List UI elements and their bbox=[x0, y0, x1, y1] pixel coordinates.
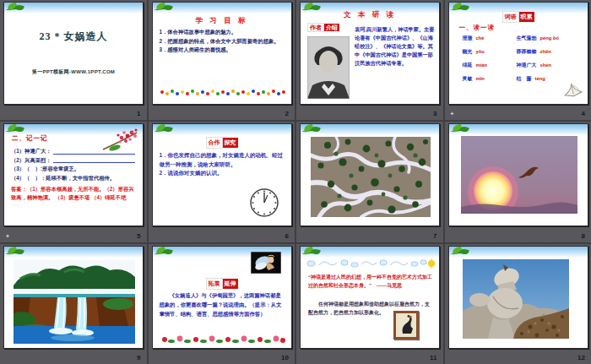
vocab-entry: 幽光yōu bbox=[463, 48, 517, 56]
slide-thumbnail-2[interactable]: 学 习 目 标 1．体会神话故事中想象的魅力。 2．把握想象的特点，体会文中大胆… bbox=[152, 2, 292, 105]
slide-thumbnail-7[interactable] bbox=[300, 123, 440, 226]
leaf-decoration-icon bbox=[451, 247, 471, 256]
vocab-word: 生气蓬勃 bbox=[517, 35, 537, 42]
cooperative-inquiry-label: 合作探究 bbox=[153, 137, 291, 149]
vocab-pinyin: mián bbox=[476, 62, 488, 68]
flower-garland-divider bbox=[160, 335, 286, 345]
fill-in-exercise: （1）神通广大： （2）兴高采烈： （3）（ ）:形容非常疲乏。 （4）（ ）：… bbox=[11, 147, 137, 182]
slide-number: 3 bbox=[433, 110, 436, 117]
aerial-terrain-photo bbox=[311, 137, 431, 217]
author-portrait-photo bbox=[307, 36, 350, 99]
leaf-decoration-icon bbox=[155, 125, 175, 133]
vocab-entry: 生气蓬勃péng bó bbox=[517, 35, 584, 42]
slide-thumbnail-3[interactable]: 文 本 研 读 作者介绍 袁珂,四川新繁人，神话学家。主要论著有《中国古代神话》… bbox=[300, 2, 440, 105]
cloud-wave-border bbox=[306, 258, 436, 269]
slide-number: 4 bbox=[582, 110, 585, 117]
vocab-label: 词语积累 bbox=[449, 11, 588, 23]
exercise-line: （4）（ ）：延续不断，文中指世代相传。 bbox=[11, 174, 115, 183]
slide-thumbnail-6[interactable]: 合作探究 1．你也发挥自己的想象，对女娲造人的动机、经过做另一种推测，说给大家听… bbox=[152, 123, 292, 226]
vocab-pinyin: chè bbox=[476, 35, 485, 41]
slide-thumbnail-12[interactable] bbox=[448, 246, 588, 349]
slide-number: 5 bbox=[137, 232, 140, 240]
leaf-decoration-icon bbox=[302, 125, 323, 133]
colored-dots-divider bbox=[160, 89, 286, 96]
exercise-line: （2）兴高采烈： bbox=[11, 156, 52, 166]
vocab-pinyin: yōu bbox=[476, 49, 485, 54]
slide-thumbnail-4[interactable]: 词语积累 一、读一读 澄澈chè 生气蓬勃péng bó 幽光yōu 莽莽榛榛z… bbox=[448, 2, 588, 105]
vocab-word: 莽莽榛榛 bbox=[517, 48, 537, 56]
slide-cell-7: 7 bbox=[296, 122, 443, 242]
slide-cell-9: 9 bbox=[0, 244, 147, 364]
leaf-decoration-icon bbox=[451, 125, 471, 133]
vocab-entry: 莽莽榛榛zhēn bbox=[517, 48, 584, 56]
slide-number: 8 bbox=[582, 232, 585, 240]
slide-number: 6 bbox=[285, 232, 289, 240]
slide-thumbnail-10[interactable]: 拓展延伸 《女娲造人》与《伊甸园里》，这两篇神话都是想象的，你更喜欢哪一篇？说说… bbox=[152, 246, 292, 349]
inquiry-item: 2．说说你对女娲的认识。 bbox=[160, 169, 286, 178]
read-aloud-subheading: 一、读一读 bbox=[459, 24, 496, 32]
objective-item: 2．把握想象的特点，体会文中大胆而新奇的想象。 bbox=[160, 37, 286, 46]
exercise-line: （1）神通广大： bbox=[11, 147, 52, 156]
vocab-word: 幽光 bbox=[463, 48, 473, 56]
vocab-entry: 澄澈chè bbox=[463, 35, 517, 42]
slide-cell-8: 8 bbox=[445, 122, 591, 242]
slide-cell-1: 23 * 女娲造人 第一PPT模板网-WWW.1PPT.COM 1 bbox=[0, 0, 147, 120]
slide-cell-5: 二、记一记 （1）神通广大： （2）兴高采烈： （3）（ ）:形容非常疲乏。 （… bbox=[0, 122, 147, 242]
vocab-word: 澄澈 bbox=[463, 35, 473, 42]
slide-thumbnail-9[interactable] bbox=[3, 246, 144, 349]
lesson-title: 23 * 女娲造人 bbox=[4, 30, 143, 44]
slide-cell-11: “神话是通过人民的幻想，用一种不自觉的艺术方式加工过的自然和社会形态本身。” —… bbox=[296, 244, 443, 364]
slide-heading: 学 习 目 标 bbox=[153, 16, 291, 26]
slide-number: 2 bbox=[285, 110, 289, 117]
answer-blank-line bbox=[53, 162, 135, 163]
extension-label: 拓展延伸 bbox=[153, 278, 291, 290]
transition-star-icon: ✦ bbox=[450, 111, 455, 117]
waterfall-clipart bbox=[14, 260, 135, 344]
site-credit: 第一PPT模板网-WWW.1PPT.COM bbox=[4, 68, 143, 76]
slide-number: 1 bbox=[137, 110, 140, 117]
slide-number: 7 bbox=[433, 232, 436, 240]
slide-thumbnail-8[interactable] bbox=[448, 123, 588, 226]
leaf-decoration-icon bbox=[6, 247, 26, 256]
slide-heading: 文 本 研 读 bbox=[301, 10, 439, 20]
slide-number: 9 bbox=[137, 354, 140, 361]
vocab-entry: 神通广大shén bbox=[517, 62, 584, 69]
label-text-white: 介绍 bbox=[324, 24, 339, 31]
objective-item: 3．感悟对人类诞生的喜悦感。 bbox=[160, 46, 286, 55]
vocab-pinyin: téng bbox=[535, 76, 545, 81]
slide-cell-2: 学 习 目 标 1．体会神话故事中想象的魅力。 2．把握想象的特点，体会文中大胆… bbox=[149, 0, 296, 120]
slide-thumbnail-11[interactable]: “神话是通过人民的幻想，用一种不自觉的艺术方式加工过的自然和社会形态本身。” —… bbox=[300, 246, 440, 349]
leaf-decoration-icon bbox=[6, 125, 26, 133]
author-bio-text: 袁珂,四川新繁人，神话学家。主要论著有《中国古代神话》、《山海经校注》、《神话论… bbox=[355, 25, 435, 68]
slide-cell-12: 12 bbox=[445, 244, 591, 364]
slide-thumbnail-1[interactable]: 23 * 女娲造人 第一PPT模板网-WWW.1PPT.COM bbox=[3, 2, 144, 105]
slide-cell-6: 合作探究 1．你也发挥自己的想象，对女娲造人的动机、经过做另一种推测，说给大家听… bbox=[149, 122, 296, 242]
label-text-red: 拓展 bbox=[206, 278, 223, 290]
slide-cell-4: 词语积累 一、读一读 澄澈chè 生气蓬勃péng bó 幽光yōu 莽莽榛榛z… bbox=[445, 0, 591, 120]
leaf-decoration-icon bbox=[155, 3, 175, 12]
vocab-entry: 灵敏mǐn bbox=[463, 75, 517, 83]
slide-thumbnail-5[interactable]: 二、记一记 （1）神通广大： （2）兴高采烈： （3）（ ）:形容非常疲乏。 （… bbox=[3, 123, 144, 226]
label-text-red: 作者 bbox=[307, 23, 324, 32]
vocab-word: 神通广大 bbox=[517, 62, 537, 69]
vocab-pinyin: zhēn bbox=[540, 49, 551, 54]
slide-cell-10: 拓展延伸 《女娲造人》与《伊甸园里》，这两篇神话都是想象的，你更喜欢哪一篇？说说… bbox=[149, 244, 296, 364]
objective-item: 1．体会神话故事中想象的魅力。 bbox=[160, 28, 286, 37]
slide-cell-3: 文 本 研 读 作者介绍 袁珂,四川新繁人，神话学家。主要论著有《中国古代神话》… bbox=[296, 0, 443, 120]
vocab-word: 绵延 bbox=[463, 62, 473, 69]
vocab-word: 灵敏 bbox=[463, 75, 473, 83]
open-book-icon bbox=[561, 80, 583, 100]
vocab-entry: 绵延mián bbox=[463, 62, 517, 69]
sunset-bird-photo bbox=[461, 136, 577, 214]
vocab-word-grid: 澄澈chè 生气蓬勃péng bó 幽光yōu 莽莽榛榛zhēn 绵延mián … bbox=[463, 35, 584, 83]
vocab-word: 枯 藤 bbox=[517, 75, 532, 83]
label-text-white: 探究 bbox=[223, 138, 238, 148]
answer-blank-line bbox=[53, 154, 135, 155]
memorize-subheading: 二、记一记 bbox=[12, 134, 48, 143]
objectives-list: 1．体会神话故事中想象的魅力。 2．把握想象的特点，体会文中大胆而新奇的想象。 … bbox=[160, 28, 286, 55]
inquiry-item: 1．你也发挥自己的想象，对女娲造人的动机、经过做另一种推测，说给大家听听。 bbox=[160, 151, 286, 169]
leaf-decoration-icon bbox=[302, 247, 323, 256]
angel-clipart bbox=[251, 252, 281, 274]
label-text-white: 延伸 bbox=[223, 279, 238, 289]
vocab-pinyin: shén bbox=[540, 62, 552, 68]
